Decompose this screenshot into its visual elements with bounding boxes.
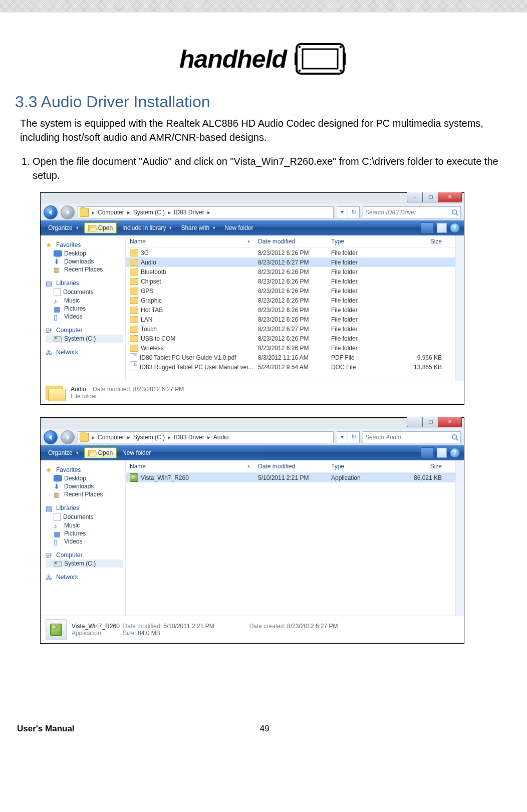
documents-icon	[54, 288, 61, 296]
breadcrumb-item[interactable]: System (C:)	[131, 434, 167, 441]
breadcrumb[interactable]: ▸ Computer▸ System (C:)▸ ID83 Driver▸	[78, 206, 334, 218]
back-button[interactable]	[44, 430, 58, 444]
libraries-icon: ▤	[46, 280, 54, 287]
list-item[interactable]: Chipset 8/23/2012 6:26 PM File folder	[126, 277, 464, 286]
list-item[interactable]: Hot TAB 8/23/2012 6:26 PM File folder	[126, 305, 464, 315]
open-button[interactable]: Open	[84, 447, 117, 458]
search-input[interactable]: Search ID83 Driver	[363, 206, 461, 218]
nav-documents[interactable]: Documents	[46, 288, 123, 297]
computer-group[interactable]: 🖳Computer	[46, 326, 123, 335]
nav-pictures[interactable]: ▦Pictures	[46, 529, 123, 537]
list-item[interactable]: Vista_Win7_R260 5/10/2011 2:21 PM Applic…	[126, 473, 464, 482]
favorites-group[interactable]: ★Favorites	[46, 465, 123, 474]
list-item[interactable]: Wrieless 8/23/2012 6:26 PM File folder	[126, 343, 464, 353]
nav-desktop[interactable]: Desktop	[46, 249, 123, 257]
page-number: 49	[260, 724, 270, 734]
folder-icon	[130, 278, 138, 285]
list-item[interactable]: ID83 Rugged Tablet PC User Manual ver...…	[126, 362, 464, 372]
list-item[interactable]: Audio 8/23/2012 6:27 PM File folder	[126, 257, 464, 267]
forward-button[interactable]	[61, 205, 75, 219]
breadcrumb-item[interactable]: Computer	[96, 209, 126, 216]
nav-systemc[interactable]: System (C:)	[46, 335, 123, 343]
item-name: Hot TAB	[141, 307, 163, 314]
favorites-group[interactable]: ★Favorites	[46, 240, 123, 249]
organize-button[interactable]: Organize	[45, 448, 82, 458]
search-input[interactable]: Search Audio	[363, 431, 461, 443]
computer-group[interactable]: 🖳Computer	[46, 551, 123, 560]
open-button[interactable]: Open	[84, 222, 117, 233]
close-button[interactable]: ✕	[438, 192, 462, 202]
view-button[interactable]	[421, 447, 434, 458]
list-item[interactable]: Graphic 8/23/2012 6:26 PM File folder	[126, 296, 464, 305]
item-name: Vista_Win7_R260	[141, 474, 189, 481]
list-item[interactable]: LAN 8/23/2012 6:26 PM File folder	[126, 315, 464, 324]
breadcrumb[interactable]: ▸ Computer▸ System (C:)▸ ID83 Driver▸ Au…	[78, 431, 334, 443]
help-button[interactable]: ?	[450, 223, 460, 233]
preview-pane-button[interactable]	[437, 223, 447, 233]
breadcrumb-item[interactable]: ID83 Driver	[172, 209, 206, 216]
breadcrumb-item[interactable]: Computer	[96, 434, 126, 441]
nav-documents[interactable]: Documents	[46, 512, 123, 521]
network-group[interactable]: 🖧Network	[46, 573, 123, 582]
nav-music[interactable]: ♪Music	[46, 521, 123, 529]
intro-paragraph: The system is equipped with the Realtek …	[20, 116, 507, 144]
share-button[interactable]: Share with	[177, 223, 219, 233]
newfolder-button[interactable]: New folder	[221, 223, 256, 233]
titlebar[interactable]: – ▢ ✕	[41, 193, 464, 204]
history-dropdown[interactable]: ▾	[337, 431, 348, 443]
nav-systemc[interactable]: System (C:)	[46, 560, 123, 568]
refresh-button[interactable]: ↻	[348, 431, 360, 443]
nav-videos[interactable]: ▯Videos	[46, 313, 123, 321]
forward-button[interactable]	[61, 430, 75, 444]
nav-recent[interactable]: ▥Recent Places	[46, 265, 123, 274]
svg-line-9	[456, 214, 458, 216]
nav-videos[interactable]: ▯Videos	[46, 537, 123, 546]
list-item[interactable]: Touch 8/23/2012 6:27 PM File folder	[126, 324, 464, 334]
item-name: ID80 Tablet PC User Guide V1.0.pdf	[140, 354, 236, 361]
libraries-group[interactable]: ▤Libraries	[46, 503, 123, 512]
list-item[interactable]: Bluetooth 8/23/2012 6:26 PM File folder	[126, 267, 464, 277]
view-button[interactable]	[421, 222, 434, 233]
refresh-button[interactable]: ↻	[348, 206, 360, 218]
back-button[interactable]	[44, 205, 58, 219]
maximize-button[interactable]: ▢	[422, 417, 438, 427]
nav-pictures[interactable]: ▦Pictures	[46, 305, 123, 313]
breadcrumb-item[interactable]: ID83 Driver	[172, 434, 206, 441]
list-item[interactable]: 3G 8/23/2012 6:26 PM File folder	[126, 248, 464, 257]
nav-music[interactable]: ♪Music	[46, 297, 123, 305]
newfolder-button[interactable]: New folder	[119, 448, 154, 458]
include-button[interactable]: Include in library	[119, 223, 175, 233]
list-item[interactable]: ID80 Tablet PC User Guide V1.0.pdf 8/3/2…	[126, 353, 464, 362]
preview-pane-button[interactable]	[437, 448, 447, 458]
maximize-button[interactable]: ▢	[422, 192, 438, 202]
help-button[interactable]: ?	[450, 448, 460, 458]
folder-icon	[130, 259, 138, 266]
history-dropdown[interactable]: ▾	[337, 206, 348, 218]
minimize-button[interactable]: –	[407, 417, 422, 427]
column-headers[interactable]: Name▴ Date modified Type Size	[126, 235, 464, 248]
nav-recent[interactable]: ▥Recent Places	[46, 490, 123, 498]
column-headers[interactable]: Name▴ Date modified Type Size	[126, 460, 464, 473]
nav-desktop[interactable]: Desktop	[46, 474, 123, 482]
list-item[interactable]: GPS 8/23/2012 6:26 PM File folder	[126, 286, 464, 296]
list-item[interactable]: USB to COM 8/23/2012 6:26 PM File folder	[126, 334, 464, 343]
breadcrumb-item[interactable]: System (C:)	[131, 209, 167, 216]
nav-downloads[interactable]: ⬇Downloads	[46, 482, 123, 490]
item-type: DOC File	[327, 364, 393, 371]
close-button[interactable]: ✕	[438, 417, 462, 427]
network-group[interactable]: 🖧Network	[46, 348, 123, 357]
organize-button[interactable]: Organize	[45, 223, 82, 233]
item-date: 8/23/2012 6:27 PM	[254, 259, 327, 266]
breadcrumb-item[interactable]: Audio	[211, 434, 231, 441]
search-icon	[451, 434, 458, 441]
item-name: LAN	[141, 316, 152, 323]
explorer-window-1: – ▢ ✕ ▸ Computer▸ System (C:)▸ ID83 Driv…	[40, 192, 464, 405]
page: handheld 3.3 Audio Driver Installation T…	[0, 40, 527, 754]
folder-icon	[130, 335, 138, 342]
libraries-group[interactable]: ▤Libraries	[46, 279, 123, 288]
nav-downloads[interactable]: ⬇Downloads	[46, 257, 123, 265]
pattern-band	[0, 0, 527, 13]
minimize-button[interactable]: –	[407, 192, 422, 202]
item-type: File folder	[327, 259, 393, 266]
titlebar[interactable]: – ▢ ✕	[41, 418, 464, 429]
